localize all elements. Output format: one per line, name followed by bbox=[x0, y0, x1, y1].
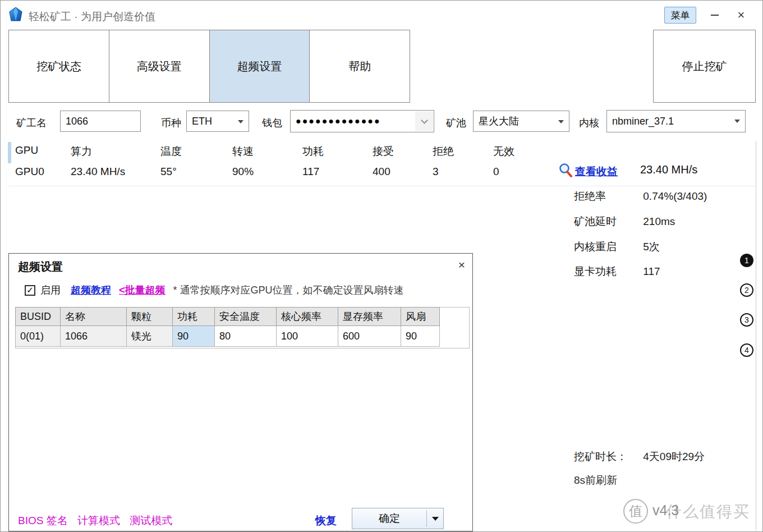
wallet-input[interactable]: ●●●●●●●●●●●●● bbox=[290, 110, 434, 132]
magnifier-icon[interactable] bbox=[557, 162, 574, 179]
ok-dropdown-button[interactable] bbox=[427, 508, 443, 529]
oc-table-header: BUSID 名称 颗粒 功耗 安全温度 核心频率 显存频率 风扇 bbox=[15, 307, 440, 326]
menu-button[interactable]: 菜单 bbox=[664, 7, 696, 24]
enable-row: ✓ 启用 超频教程 <批量超频 * 通常按顺序对应GPU位置，如不确定设置风扇转… bbox=[25, 283, 404, 297]
overclock-dialog: 超频设置 × ✓ 启用 超频教程 <批量超频 * 通常按顺序对应GPU位置，如不… bbox=[8, 253, 473, 531]
tab-mining-status[interactable]: 挖矿状态 bbox=[9, 30, 109, 102]
app-version: v4.3 bbox=[652, 502, 679, 519]
panel-divider bbox=[756, 141, 756, 530]
kernel-select[interactable]: nbminer_37.1 bbox=[606, 110, 746, 132]
close-button[interactable]: × bbox=[732, 6, 751, 24]
window-title: 轻松矿工 · 为用户创造价值 bbox=[29, 10, 155, 24]
gpu-accepted: 400 bbox=[373, 166, 433, 178]
coin-value: ETH bbox=[192, 116, 212, 127]
col-power: 功耗 bbox=[302, 144, 373, 159]
restore-link[interactable]: 恢复 bbox=[315, 513, 337, 528]
stat-value: 0.74%(3/403) bbox=[643, 190, 707, 202]
gpu-rejected: 3 bbox=[433, 166, 493, 178]
tab-help[interactable]: 帮助 bbox=[310, 30, 410, 102]
col-busid: BUSID bbox=[15, 307, 60, 326]
col-power-limit: 功耗 bbox=[172, 307, 214, 326]
cell-fan[interactable]: 90 bbox=[401, 326, 440, 347]
oc-table-row: 0(01) 1066 镁光 90 80 100 600 90 bbox=[15, 326, 440, 347]
stat-pool-latency: 矿池延时 210ms bbox=[574, 214, 675, 229]
col-core-clock: 核心频率 bbox=[276, 307, 338, 326]
compute-mode-link[interactable]: 计算模式 bbox=[77, 515, 120, 526]
col-hashrate: 算力 bbox=[71, 144, 160, 159]
dialog-close-button[interactable]: × bbox=[454, 258, 470, 272]
gpu-table-row[interactable]: GPU0 23.40 MH/s 55° 90% 117 400 3 0 bbox=[15, 166, 527, 178]
tab-bar: 挖矿状态 高级设置 超频设置 帮助 bbox=[8, 30, 410, 103]
coin-select[interactable]: ETH bbox=[186, 111, 249, 132]
bios-links-row: BIOS 签名 计算模式 测试模式 bbox=[18, 513, 179, 528]
tab-overclock-settings[interactable]: 超频设置 bbox=[210, 30, 310, 102]
test-mode-link[interactable]: 测试模式 bbox=[130, 515, 172, 526]
gpu-fanspeed: 90% bbox=[232, 166, 302, 178]
stat-value: 210ms bbox=[643, 215, 675, 227]
minimize-button[interactable] bbox=[706, 7, 723, 23]
chevron-down-icon bbox=[432, 517, 439, 521]
dialog-title: 超频设置 bbox=[18, 259, 63, 274]
tab-advanced-settings[interactable]: 高级设置 bbox=[109, 30, 210, 102]
stat-kernel-restarts: 内核重启 5次 bbox=[574, 240, 660, 254]
enable-label: 启用 bbox=[40, 283, 61, 297]
minimize-icon bbox=[711, 15, 719, 16]
bios-sign-link[interactable]: BIOS 签名 bbox=[18, 515, 68, 526]
mining-duration-label: 挖矿时长： bbox=[574, 450, 640, 464]
kernel-value: nbminer_37.1 bbox=[612, 116, 674, 127]
cell-core-clock[interactable]: 100 bbox=[276, 326, 338, 347]
badge-1[interactable]: 1 bbox=[740, 254, 753, 267]
stat-label: 内核重启 bbox=[574, 240, 640, 254]
app-logo-icon bbox=[7, 7, 24, 24]
oc-tutorial-link[interactable]: 超频教程 bbox=[71, 283, 111, 297]
view-income-link[interactable]: 查看收益 bbox=[575, 164, 618, 179]
col-temperature: 温度 bbox=[160, 144, 232, 159]
batch-overclock-link[interactable]: <批量超频 bbox=[119, 283, 166, 297]
kernel-label: 内核 bbox=[579, 116, 599, 130]
ok-button[interactable]: 确定 bbox=[352, 508, 426, 529]
cell-safe-temp[interactable]: 80 bbox=[214, 326, 276, 347]
gpu-name: GPU0 bbox=[15, 166, 71, 178]
miner-name-label: 矿工名 bbox=[16, 116, 47, 130]
stat-gpu-power: 显卡功耗 117 bbox=[574, 264, 660, 279]
pool-select[interactable]: 星火大陆 bbox=[473, 111, 569, 132]
badge-2[interactable]: 2 bbox=[740, 283, 753, 297]
coin-label: 币种 bbox=[161, 116, 181, 130]
col-accepted: 接受 bbox=[373, 144, 433, 159]
cell-power-limit[interactable]: 90 bbox=[172, 326, 214, 347]
col-invalid: 无效 bbox=[493, 144, 527, 159]
cell-memory-vendor: 镁光 bbox=[126, 326, 172, 347]
col-name: 名称 bbox=[60, 307, 126, 326]
cell-mem-clock[interactable]: 600 bbox=[338, 326, 401, 347]
stop-mining-button[interactable]: 停止挖矿 bbox=[653, 30, 756, 103]
pool-label: 矿池 bbox=[446, 116, 466, 130]
col-safe-temp: 安全温度 bbox=[214, 307, 276, 326]
badge-4[interactable]: 4 bbox=[740, 343, 753, 357]
wallet-label: 钱包 bbox=[262, 116, 282, 130]
chevron-down-icon bbox=[238, 120, 243, 123]
miner-name-input[interactable]: 1066 bbox=[60, 111, 141, 132]
col-rejected: 拒绝 bbox=[433, 144, 493, 159]
stat-value: 5次 bbox=[643, 241, 660, 253]
stat-value: 117 bbox=[643, 265, 660, 277]
gpu-selection-accent bbox=[8, 142, 11, 163]
watermark-badge: 值 bbox=[623, 499, 648, 524]
col-gpu: GPU bbox=[15, 144, 71, 159]
ok-split-button: 确定 bbox=[352, 508, 444, 529]
total-hashrate: 23.40 MH/s bbox=[640, 163, 697, 176]
stat-label: 显卡功耗 bbox=[574, 264, 640, 279]
refresh-status-text: 8s前刷新 bbox=[574, 473, 617, 488]
badge-3[interactable]: 3 bbox=[740, 313, 753, 327]
oc-hint-text: * 通常按顺序对应GPU位置，如不确定设置风扇转速 bbox=[173, 283, 404, 297]
wallet-dropdown-button[interactable] bbox=[415, 111, 433, 131]
chevron-down-icon bbox=[421, 117, 428, 124]
mining-duration-row: 挖矿时长： 4天09时29分 bbox=[574, 450, 705, 464]
cell-name: 1066 bbox=[60, 326, 126, 347]
gpu-invalid: 0 bbox=[493, 166, 527, 178]
gpu-temperature: 55° bbox=[160, 166, 232, 178]
gpu-hashrate: 23.40 MH/s bbox=[71, 166, 160, 178]
col-fanspeed: 转速 bbox=[232, 144, 302, 159]
enable-checkbox[interactable]: ✓ bbox=[25, 285, 35, 296]
col-mem-clock: 显存频率 bbox=[338, 307, 401, 326]
gpu-table-header: GPU 算力 温度 转速 功耗 接受 拒绝 无效 bbox=[15, 144, 527, 159]
